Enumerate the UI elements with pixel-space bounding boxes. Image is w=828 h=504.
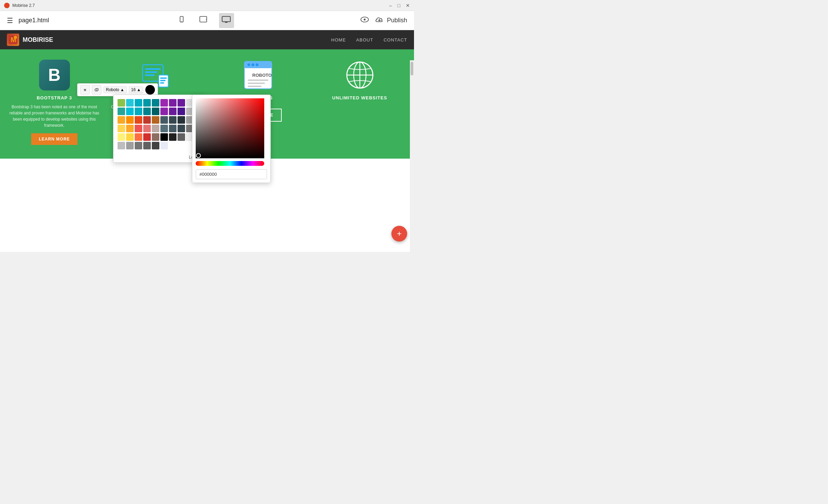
swatch[interactable] [143,108,151,115]
minimize-button[interactable]: – [389,3,392,8]
menu-button[interactable]: ☰ [7,16,13,25]
svg-point-3 [206,19,206,20]
swatch[interactable] [160,108,168,115]
svg-point-24 [252,63,254,66]
swatch[interactable] [178,133,185,141]
font-size-value: 16 [131,87,136,92]
app-icon [4,3,10,8]
globe-icon-container [344,60,375,90]
color-picker-button[interactable] [145,85,155,95]
swatch[interactable] [178,116,185,124]
swatch[interactable] [169,108,176,115]
swatch[interactable] [135,133,142,141]
webfonts-icon-container: ROBOTO [243,60,273,90]
swatch[interactable] [169,99,176,107]
scrollbar-track[interactable] [410,60,414,252]
swatch[interactable] [126,99,134,107]
publish-label: Publish [387,17,407,24]
swatch[interactable] [143,133,151,141]
swatch[interactable] [126,108,134,115]
swatch[interactable] [152,108,159,115]
toolbar-right: Publish [360,16,407,25]
swatch[interactable] [169,116,176,124]
gradient-color-picker: #000000 [192,95,271,183]
font-size-selector[interactable]: 16 ▲ [129,86,143,93]
swatch[interactable] [178,125,185,132]
tablet-view-button[interactable] [196,13,211,28]
swatch-row-1 [118,99,201,107]
swatch[interactable] [143,116,151,124]
scrollbar-thumb[interactable] [411,62,413,75]
site-logo: M MOBIRISE [7,34,53,46]
nav-home[interactable]: HOME [331,37,346,42]
swatch[interactable] [160,142,168,149]
swatch[interactable] [135,125,142,132]
swatch[interactable] [160,133,168,141]
swatch-row-5 [118,133,201,141]
swatch[interactable] [135,108,142,115]
swatch[interactable] [143,125,151,132]
swatch[interactable] [118,108,125,115]
swatch[interactable] [118,142,125,149]
swatch[interactable] [152,133,159,141]
close-button[interactable]: ✕ [406,3,410,8]
swatch[interactable] [135,116,142,124]
bootstrap-learn-more[interactable]: LEARN MORE [31,133,77,145]
add-block-button[interactable]: + [391,226,407,242]
swatch[interactable] [160,125,168,132]
swatch[interactable] [143,99,151,107]
title-bar-left: Mobirise 2.7 [4,3,35,8]
swatch-row-4 [118,125,201,132]
gradient-canvas[interactable] [196,98,264,158]
swatch-row-2 [118,108,201,115]
swatch[interactable] [126,125,134,132]
swatch[interactable] [126,142,134,149]
bootstrap-title: BOOTSTRAP 3 [37,95,72,100]
hue-slider[interactable] [196,161,264,166]
swatch[interactable] [135,99,142,107]
site-nav-links: HOME ABOUT CONTACT [331,37,407,42]
swatch[interactable] [178,99,185,107]
page-title: page1.html [19,17,49,24]
nav-contact[interactable]: CONTACT [383,37,407,42]
maximize-button[interactable]: □ [398,3,400,8]
swatch[interactable] [126,116,134,124]
swatch[interactable] [152,116,159,124]
toolbar-left: ☰ page1.html [7,16,49,25]
mobile-view-button[interactable] [175,13,188,28]
svg-rect-15 [145,71,157,73]
swatch[interactable] [143,142,151,149]
feature-bootstrap: B BOOTSTRAP 3 Bootstrap 3 has been noted… [7,60,102,145]
preview-button[interactable] [360,16,369,25]
swatch[interactable] [169,125,176,132]
font-selector[interactable]: Roboto ▲ [103,86,127,93]
svg-point-25 [256,63,258,66]
swatch[interactable] [126,133,134,141]
swatch[interactable] [160,116,168,124]
publish-button[interactable]: Publish [375,16,407,25]
swatch[interactable] [152,125,159,132]
window-controls[interactable]: – □ ✕ [389,3,410,8]
swatch[interactable] [118,99,125,107]
hex-input[interactable]: #000000 [196,169,267,179]
swatch[interactable] [152,142,159,149]
swatch[interactable] [160,99,168,107]
swatch[interactable] [118,116,125,124]
swatch[interactable] [118,133,125,141]
swatch[interactable] [118,125,125,132]
svg-rect-4 [222,16,230,22]
site-logo-name: MOBIRISE [23,36,53,44]
desktop-view-button[interactable] [219,13,234,28]
bootstrap-desc: Bootstrap 3 has been noted as one of the… [7,104,102,128]
swatch[interactable] [135,142,142,149]
nav-about[interactable]: ABOUT [356,37,373,42]
title-bar: Mobirise 2.7 – □ ✕ [0,0,414,11]
align-button[interactable]: ≡ [80,85,90,95]
svg-rect-27 [248,79,268,81]
swatch[interactable] [169,133,176,141]
link-button[interactable] [92,85,101,95]
less-button[interactable]: Less < [113,153,205,162]
swatch[interactable] [152,99,159,107]
unlimited-title: UNLIMITED WEBSITES [332,95,387,100]
swatch[interactable] [178,108,185,115]
